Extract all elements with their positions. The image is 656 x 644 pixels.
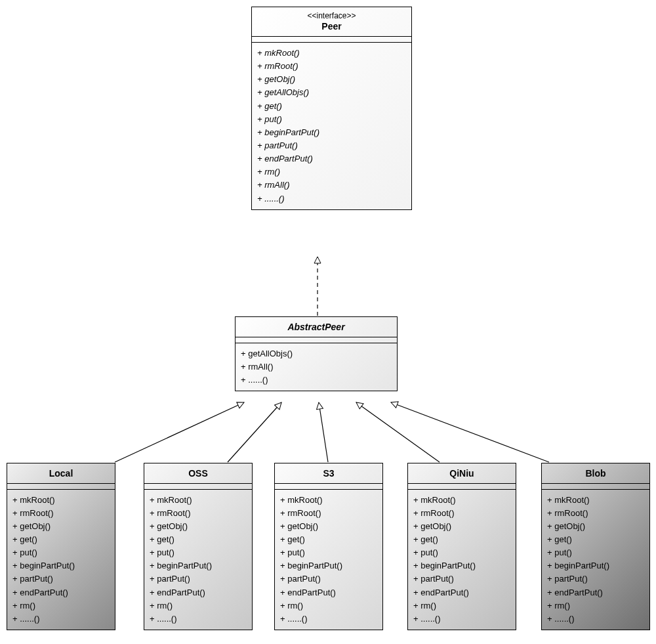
class-method: + get() (12, 533, 110, 546)
class-method: + endPartPut() (280, 586, 377, 599)
class-method: + endPartPut() (547, 586, 644, 599)
peer-name: Peer (255, 20, 409, 33)
abstractpeer-header: AbstractPeer (236, 317, 397, 337)
class-method: + put() (150, 546, 247, 559)
class-method: + rmRoot() (413, 507, 510, 520)
generalization-local (115, 402, 244, 462)
class-method: + rm() (413, 599, 510, 612)
peer-method: + getObj() (257, 73, 406, 86)
peer-method: + rm() (257, 165, 406, 179)
class-name: Local (10, 467, 112, 481)
class-method: + get() (547, 533, 644, 546)
class-method: + rmRoot() (547, 507, 644, 520)
class-method: + put() (280, 546, 377, 559)
class-method: + mkRoot() (12, 494, 110, 507)
class-method: + beginPartPut() (12, 559, 110, 572)
class-name: Blob (544, 467, 647, 481)
class-methods: + mkRoot()+ rmRoot()+ getObj()+ get()+ p… (144, 490, 252, 630)
class-method: + mkRoot() (547, 494, 644, 507)
abstractpeer-attr-empty (236, 337, 397, 343)
uml-class-oss: OSS+ mkRoot()+ rmRoot()+ getObj()+ get()… (144, 463, 253, 630)
class-method: + mkRoot() (413, 494, 510, 507)
class-methods: + mkRoot()+ rmRoot()+ getObj()+ get()+ p… (542, 490, 649, 630)
peer-method: + get() (257, 100, 406, 113)
class-method: + get() (413, 533, 510, 546)
class-method: + rmRoot() (12, 507, 110, 520)
generalization-oss (228, 402, 281, 462)
class-header: OSS (144, 463, 252, 484)
uml-class-local: Local+ mkRoot()+ rmRoot()+ getObj()+ get… (7, 463, 115, 630)
class-methods: + mkRoot()+ rmRoot()+ getObj()+ get()+ p… (408, 490, 516, 630)
class-attr-empty (275, 484, 382, 490)
class-method: + getObj() (12, 520, 110, 533)
class-method: + rm() (150, 599, 247, 612)
peer-methods: + mkRoot()+ rmRoot()+ getObj()+ getAllOb… (252, 43, 411, 209)
class-method: + rmRoot() (280, 507, 377, 520)
peer-method: + put() (257, 113, 406, 126)
peer-method: + ......() (257, 192, 406, 205)
class-name: QiNiu (411, 467, 513, 481)
class-method: + rmRoot() (150, 507, 247, 520)
class-method: + get() (150, 533, 247, 546)
class-method: + get() (280, 533, 377, 546)
class-method: + ......() (12, 612, 110, 626)
class-method: + put() (547, 546, 644, 559)
class-method: + beginPartPut() (413, 559, 510, 572)
class-method: + mkRoot() (150, 494, 247, 507)
class-header: QiNiu (408, 463, 516, 484)
class-method: + endPartPut() (413, 586, 510, 599)
class-method: + rm() (280, 599, 377, 612)
class-attr-empty (144, 484, 252, 490)
peer-header: <<interface>> Peer (252, 7, 411, 37)
class-method: + beginPartPut() (150, 559, 247, 572)
class-method: + getObj() (413, 520, 510, 533)
peer-method: + mkRoot() (257, 47, 406, 60)
peer-method: + rmAll() (257, 179, 406, 192)
class-method: + rm() (12, 599, 110, 612)
abstractpeer-method: + ......() (241, 374, 392, 387)
class-method: + partPut() (413, 572, 510, 586)
class-method: + put() (413, 546, 510, 559)
class-method: + ......() (547, 612, 644, 626)
class-method: + beginPartPut() (280, 559, 377, 572)
abstractpeer-method: + rmAll() (241, 360, 392, 374)
class-method: + getObj() (150, 520, 247, 533)
class-method: + partPut() (280, 572, 377, 586)
peer-method: + beginPartPut() (257, 126, 406, 139)
peer-method: + getAllObjs() (257, 86, 406, 99)
class-method: + ......() (150, 612, 247, 626)
class-name: S3 (277, 467, 380, 481)
uml-class-s3: S3+ mkRoot()+ rmRoot()+ getObj()+ get()+… (274, 463, 383, 630)
class-method: + endPartPut() (12, 586, 110, 599)
class-attr-empty (542, 484, 649, 490)
abstractpeer-methods: + getAllObjs()+ rmAll()+ ......() (236, 343, 397, 391)
uml-class-blob: Blob+ mkRoot()+ rmRoot()+ getObj()+ get(… (541, 463, 650, 630)
class-attr-empty (7, 484, 115, 490)
peer-method: + rmRoot() (257, 60, 406, 73)
abstractpeer-name: AbstractPeer (238, 321, 394, 334)
class-method: + endPartPut() (150, 586, 247, 599)
class-method: + rm() (547, 599, 644, 612)
class-methods: + mkRoot()+ rmRoot()+ getObj()+ get()+ p… (7, 490, 115, 630)
uml-class-qiniu: QiNiu+ mkRoot()+ rmRoot()+ getObj()+ get… (407, 463, 516, 630)
generalization-blob (391, 402, 549, 462)
class-method: + getObj() (280, 520, 377, 533)
peer-method: + endPartPut() (257, 152, 406, 165)
abstractpeer-method: + getAllObjs() (241, 347, 392, 360)
class-methods: + mkRoot()+ rmRoot()+ getObj()+ get()+ p… (275, 490, 382, 630)
uml-class-abstractpeer: AbstractPeer + getAllObjs()+ rmAll()+ ..… (235, 316, 398, 391)
class-method: + partPut() (150, 572, 247, 586)
class-method: + beginPartPut() (547, 559, 644, 572)
class-method: + put() (12, 546, 110, 559)
peer-attr-empty (252, 37, 411, 43)
class-name: OSS (147, 467, 249, 481)
class-attr-empty (408, 484, 516, 490)
class-method: + mkRoot() (280, 494, 377, 507)
class-method: + partPut() (12, 572, 110, 586)
class-method: + ......() (413, 612, 510, 626)
class-method: + partPut() (547, 572, 644, 586)
peer-method: + partPut() (257, 139, 406, 152)
class-header: S3 (275, 463, 382, 484)
generalization-s3 (319, 402, 328, 462)
class-method: + getObj() (547, 520, 644, 533)
